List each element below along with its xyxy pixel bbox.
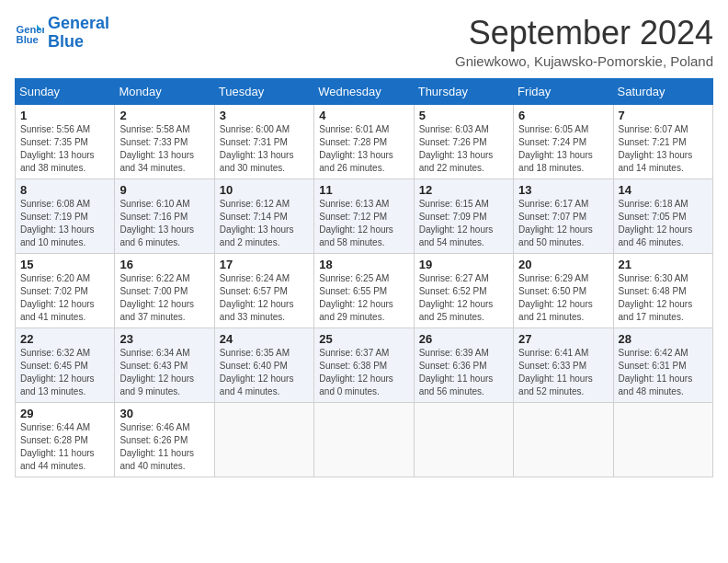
calendar-cell: 22Sunrise: 6:32 AMSunset: 6:45 PMDayligh… <box>16 327 115 402</box>
day-number: 2 <box>119 109 209 122</box>
cell-sun-info: Sunrise: 6:44 AMSunset: 6:28 PMDaylight:… <box>20 421 109 473</box>
calendar-cell: 14Sunrise: 6:18 AMSunset: 7:05 PMDayligh… <box>613 178 712 253</box>
calendar-cell <box>314 402 414 477</box>
calendar-cell: 20Sunrise: 6:29 AMSunset: 6:50 PMDayligh… <box>514 253 613 327</box>
calendar-cell <box>613 402 712 477</box>
cell-sun-info: Sunrise: 6:03 AMSunset: 7:26 PMDaylight:… <box>419 123 508 175</box>
cell-sun-info: Sunrise: 6:35 AMSunset: 6:40 PMDaylight:… <box>220 347 309 398</box>
day-number: 21 <box>619 258 708 271</box>
day-number: 18 <box>319 258 408 271</box>
header: General Blue GeneralBlue September 2024 … <box>15 15 713 69</box>
calendar-week-4: 22Sunrise: 6:32 AMSunset: 6:45 PMDayligh… <box>16 327 713 402</box>
calendar-cell <box>514 402 613 477</box>
weekday-header-thursday: Thursday <box>414 78 513 104</box>
calendar-cell: 8Sunrise: 6:08 AMSunset: 7:19 PMDaylight… <box>16 178 115 253</box>
weekday-header-tuesday: Tuesday <box>214 78 313 104</box>
day-number: 25 <box>319 332 408 346</box>
calendar-cell: 25Sunrise: 6:37 AMSunset: 6:38 PMDayligh… <box>314 327 414 402</box>
month-title: September 2024 <box>455 15 713 52</box>
calendar-cell: 23Sunrise: 6:34 AMSunset: 6:43 PMDayligh… <box>115 327 214 402</box>
calendar-cell: 9Sunrise: 6:10 AMSunset: 7:16 PMDaylight… <box>115 178 214 253</box>
weekday-header-friday: Friday <box>514 78 613 104</box>
cell-sun-info: Sunrise: 6:46 AMSunset: 6:26 PMDaylight:… <box>119 421 209 473</box>
logo-icon: General Blue <box>15 18 44 48</box>
day-number: 5 <box>419 109 508 122</box>
cell-sun-info: Sunrise: 6:30 AMSunset: 6:48 PMDaylight:… <box>619 272 708 324</box>
svg-text:Blue: Blue <box>17 34 39 45</box>
calendar-cell: 2Sunrise: 5:58 AMSunset: 7:33 PMDaylight… <box>115 104 214 178</box>
calendar-cell: 12Sunrise: 6:15 AMSunset: 7:09 PMDayligh… <box>414 178 513 253</box>
calendar-cell: 13Sunrise: 6:17 AMSunset: 7:07 PMDayligh… <box>514 178 613 253</box>
cell-sun-info: Sunrise: 6:41 AMSunset: 6:33 PMDaylight:… <box>518 347 608 398</box>
cell-sun-info: Sunrise: 6:13 AMSunset: 7:12 PMDaylight:… <box>319 198 408 249</box>
calendar-cell: 18Sunrise: 6:25 AMSunset: 6:55 PMDayligh… <box>314 253 414 327</box>
day-number: 22 <box>20 332 109 346</box>
day-number: 3 <box>220 109 309 122</box>
cell-sun-info: Sunrise: 6:42 AMSunset: 6:31 PMDaylight:… <box>619 347 708 398</box>
calendar-cell: 21Sunrise: 6:30 AMSunset: 6:48 PMDayligh… <box>613 253 712 327</box>
cell-sun-info: Sunrise: 5:58 AMSunset: 7:33 PMDaylight:… <box>119 123 209 175</box>
cell-sun-info: Sunrise: 5:56 AMSunset: 7:35 PMDaylight:… <box>20 123 109 175</box>
day-number: 26 <box>419 332 508 346</box>
calendar-cell: 26Sunrise: 6:39 AMSunset: 6:36 PMDayligh… <box>414 327 513 402</box>
cell-sun-info: Sunrise: 6:29 AMSunset: 6:50 PMDaylight:… <box>518 272 608 324</box>
cell-sun-info: Sunrise: 6:05 AMSunset: 7:24 PMDaylight:… <box>518 123 608 175</box>
calendar-cell: 30Sunrise: 6:46 AMSunset: 6:26 PMDayligh… <box>115 402 214 477</box>
calendar-cell: 19Sunrise: 6:27 AMSunset: 6:52 PMDayligh… <box>414 253 513 327</box>
cell-sun-info: Sunrise: 6:00 AMSunset: 7:31 PMDaylight:… <box>220 123 309 175</box>
weekday-header-wednesday: Wednesday <box>314 78 414 104</box>
calendar-cell: 4Sunrise: 6:01 AMSunset: 7:28 PMDaylight… <box>314 104 414 178</box>
cell-sun-info: Sunrise: 6:32 AMSunset: 6:45 PMDaylight:… <box>20 347 109 398</box>
day-number: 11 <box>319 183 408 197</box>
cell-sun-info: Sunrise: 6:34 AMSunset: 6:43 PMDaylight:… <box>119 347 209 398</box>
day-number: 23 <box>119 332 209 346</box>
calendar-week-1: 1Sunrise: 5:56 AMSunset: 7:35 PMDaylight… <box>16 104 713 178</box>
weekday-header-monday: Monday <box>115 78 214 104</box>
logo-wordmark: GeneralBlue <box>48 15 109 52</box>
cell-sun-info: Sunrise: 6:37 AMSunset: 6:38 PMDaylight:… <box>319 347 408 398</box>
cell-sun-info: Sunrise: 6:22 AMSunset: 7:00 PMDaylight:… <box>119 272 209 324</box>
calendar-cell: 3Sunrise: 6:00 AMSunset: 7:31 PMDaylight… <box>214 104 313 178</box>
day-number: 30 <box>119 407 209 420</box>
cell-sun-info: Sunrise: 6:17 AMSunset: 7:07 PMDaylight:… <box>518 198 608 249</box>
day-number: 6 <box>518 109 608 122</box>
calendar-cell: 17Sunrise: 6:24 AMSunset: 6:57 PMDayligh… <box>214 253 313 327</box>
calendar-cell <box>214 402 313 477</box>
day-number: 20 <box>518 258 608 271</box>
day-number: 12 <box>419 183 508 197</box>
weekday-header-row: SundayMondayTuesdayWednesdayThursdayFrid… <box>16 78 713 104</box>
calendar-cell: 29Sunrise: 6:44 AMSunset: 6:28 PMDayligh… <box>16 402 115 477</box>
cell-sun-info: Sunrise: 6:12 AMSunset: 7:14 PMDaylight:… <box>220 198 309 249</box>
calendar-week-3: 15Sunrise: 6:20 AMSunset: 7:02 PMDayligh… <box>16 253 713 327</box>
day-number: 29 <box>20 407 109 420</box>
calendar-week-2: 8Sunrise: 6:08 AMSunset: 7:19 PMDaylight… <box>16 178 713 253</box>
cell-sun-info: Sunrise: 6:18 AMSunset: 7:05 PMDaylight:… <box>619 198 708 249</box>
day-number: 28 <box>619 332 708 346</box>
day-number: 10 <box>220 183 309 197</box>
title-area: September 2024 Gniewkowo, Kujawsko-Pomor… <box>455 15 713 69</box>
day-number: 4 <box>319 109 408 122</box>
calendar-cell: 5Sunrise: 6:03 AMSunset: 7:26 PMDaylight… <box>414 104 513 178</box>
cell-sun-info: Sunrise: 6:08 AMSunset: 7:19 PMDaylight:… <box>20 198 109 249</box>
location-subtitle: Gniewkowo, Kujawsko-Pomorskie, Poland <box>455 53 713 69</box>
calendar-cell: 24Sunrise: 6:35 AMSunset: 6:40 PMDayligh… <box>214 327 313 402</box>
calendar-cell: 15Sunrise: 6:20 AMSunset: 7:02 PMDayligh… <box>16 253 115 327</box>
weekday-header-saturday: Saturday <box>613 78 712 104</box>
day-number: 24 <box>220 332 309 346</box>
day-number: 9 <box>119 183 209 197</box>
day-number: 16 <box>119 258 209 271</box>
calendar-table: SundayMondayTuesdayWednesdayThursdayFrid… <box>15 78 713 477</box>
cell-sun-info: Sunrise: 6:27 AMSunset: 6:52 PMDaylight:… <box>419 272 508 324</box>
day-number: 19 <box>419 258 508 271</box>
logo: General Blue GeneralBlue <box>15 15 109 52</box>
day-number: 7 <box>619 109 708 122</box>
calendar-cell: 6Sunrise: 6:05 AMSunset: 7:24 PMDaylight… <box>514 104 613 178</box>
cell-sun-info: Sunrise: 6:25 AMSunset: 6:55 PMDaylight:… <box>319 272 408 324</box>
calendar-cell: 11Sunrise: 6:13 AMSunset: 7:12 PMDayligh… <box>314 178 414 253</box>
day-number: 1 <box>20 109 109 122</box>
calendar-cell: 28Sunrise: 6:42 AMSunset: 6:31 PMDayligh… <box>613 327 712 402</box>
cell-sun-info: Sunrise: 6:15 AMSunset: 7:09 PMDaylight:… <box>419 198 508 249</box>
calendar-cell: 16Sunrise: 6:22 AMSunset: 7:00 PMDayligh… <box>115 253 214 327</box>
day-number: 27 <box>518 332 608 346</box>
calendar-cell: 10Sunrise: 6:12 AMSunset: 7:14 PMDayligh… <box>214 178 313 253</box>
